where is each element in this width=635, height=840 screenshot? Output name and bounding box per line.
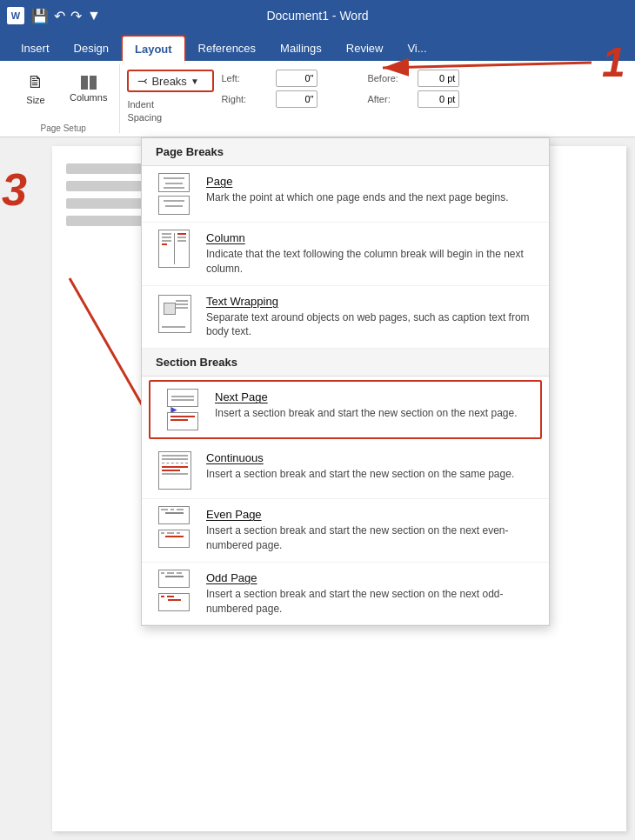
doc-sidebar: 3 [0,137,52,840]
tab-references[interactable]: References [186,35,268,61]
indent-label: Indent [127,99,179,110]
next-page-item-text: Next Page Insert a section break and sta… [215,390,518,421]
text-wrapping-item-desc: Separate text around objects on web page… [206,310,535,340]
indent-right-input[interactable]: 0" [276,90,318,108]
customize-icon[interactable]: ▼ [87,8,101,23]
text-wrapping-item-title: Text Wrapping [206,295,535,308]
document-title: Document1 - Word [266,9,368,23]
continuous-item-desc: Insert a section break and start the new… [206,467,514,482]
tab-design[interactable]: Design [62,35,121,61]
spacing-label-row: Spacing [127,112,214,123]
redo-icon[interactable]: ↷ [70,8,82,24]
page-item-title: Page [206,175,509,188]
page-item-text: Page Mark the point at which one page en… [206,175,509,205]
dropdown-item-column[interactable]: Column Indicate that the text following … [142,223,549,286]
text-wrapping-item-text: Text Wrapping Separate text around objec… [206,295,535,340]
title-bar-left: W 💾 ↶ ↷ ▼ [7,7,101,24]
indent-left-row: Indent [127,99,214,110]
odd-page-item-desc: Insert a section break and start the new… [206,587,535,617]
tab-review[interactable]: Review [334,35,396,61]
dropdown-item-continuous[interactable]: Continuous Insert a section break and st… [142,443,549,499]
column-break-icon [156,231,194,270]
page-setup-label: Page Setup [41,122,86,133]
page-breaks-header: Page Breaks [142,138,549,166]
title-bar: W 💾 ↶ ↷ ▼ Document1 - Word [0,0,635,31]
quick-access-toolbar: 💾 ↶ ↷ ▼ [31,8,101,24]
even-page-item-desc: Insert a section break and start the new… [206,523,535,553]
columns-button[interactable]: Columns [64,64,112,113]
indent-left-input[interactable]: 0" [276,70,318,87]
odd-page-item-title: Odd Page [206,571,535,584]
ribbon-tabs: Insert Design Layout References Mailings… [0,31,635,61]
column-item-desc: Indicate that the text following the col… [206,247,535,277]
text-wrapping-icon [156,295,194,333]
spacing-label: Spacing [127,112,179,123]
page-break-icon [156,175,194,213]
undo-icon[interactable]: ↶ [54,8,65,24]
annotation-3: 3 [2,163,27,216]
dropdown-item-odd-page[interactable]: Odd Page Insert a section break and star… [142,563,549,626]
odd-page-icon [156,571,194,610]
breaks-dropdown: Page Breaks Page Mark the point at which… [141,137,550,626]
spacing-after-input[interactable]: 0 pt [418,90,459,108]
page-item-desc: Mark the point at which one page ends an… [206,190,509,205]
dropdown-item-even-page[interactable]: Even Page Insert a section break and sta… [142,499,549,563]
odd-page-item-text: Odd Page Insert a section break and star… [206,571,535,617]
dropdown-item-text-wrapping[interactable]: Text Wrapping Separate text around objec… [142,286,549,350]
even-page-item-title: Even Page [206,508,535,521]
breaks-button[interactable]: ⤙ Breaks ▼ [127,70,214,92]
column-item-title: Column [206,231,535,244]
dropdown-item-page[interactable]: Page Mark the point at which one page en… [142,166,549,223]
tab-view[interactable]: Vi... [395,35,438,61]
word-icon: W [7,7,24,24]
even-page-icon [156,508,194,546]
next-page-item-title: Next Page [215,390,518,403]
ribbon-toolbar: 🗎 Size Columns Page Setup ⤙ Breaks ▼ Ind… [0,61,635,137]
next-page-item-desc: Insert a section break and start the new… [215,406,518,421]
size-button[interactable]: 🗎 Size [14,64,57,113]
tab-mailings[interactable]: Mailings [268,35,334,61]
continuous-item-text: Continuous Insert a section break and st… [206,451,514,482]
tab-insert[interactable]: Insert [9,35,62,61]
ribbon-group-page-setup: 🗎 Size Columns Page Setup [7,64,120,133]
section-breaks-header: Section Breaks [142,349,549,377]
continuous-item-title: Continuous [206,451,514,464]
column-item-text: Column Indicate that the text following … [206,231,535,277]
next-page-icon: ► [164,390,203,429]
continuous-icon [156,451,194,490]
spacing-before-input[interactable]: 0 pt [418,70,459,87]
tab-layout[interactable]: Layout [121,35,186,61]
even-page-item-text: Even Page Insert a section break and sta… [206,508,535,553]
dropdown-item-next-page[interactable]: ► Next Page Insert a section break and s… [149,380,542,439]
save-icon[interactable]: 💾 [31,8,49,24]
